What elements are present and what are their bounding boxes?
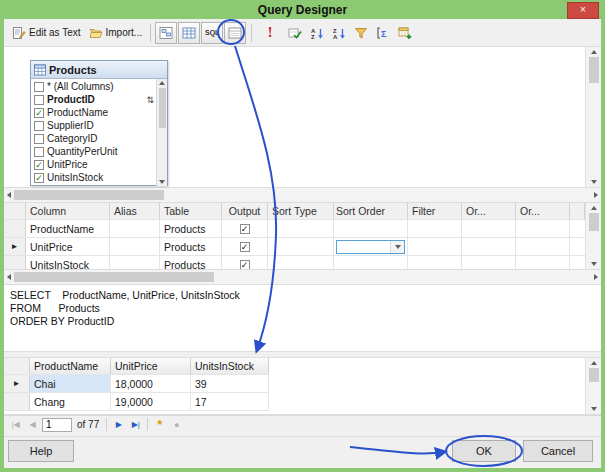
criteria-table-cell[interactable]: Products [160,256,222,269]
criteria-output-cell[interactable]: ✓ [222,220,268,237]
column-item-unitprice[interactable]: ✓ UnitPrice [31,158,156,171]
results-cell-unitsinstock[interactable]: 39 [191,375,269,392]
title-bar[interactable]: Query Designer × [0,0,605,19]
results-row[interactable]: Chang 19,0000 17 [4,393,269,411]
combobox-dropdown[interactable] [390,241,404,253]
criteria-sorttype-cell[interactable] [268,238,334,255]
delete-row-button[interactable]: ● [169,417,184,432]
criteria-vscrollbar[interactable] [585,203,601,269]
criteria-header-column[interactable]: Column [26,203,110,219]
column-item-unitsinstock[interactable]: ✓ UnitsInStock [31,171,156,184]
criteria-filter-cell[interactable] [408,238,462,255]
table-window-scrollbar[interactable] [156,79,167,186]
position-input[interactable] [42,418,72,432]
criteria-sorttype-cell[interactable] [268,256,334,269]
column-checkbox[interactable] [34,134,44,144]
criteria-sortorder-cell[interactable] [334,256,408,269]
results-cell-productname[interactable]: Chai [30,375,111,392]
column-checkbox[interactable] [34,82,44,92]
criteria-header-sortorder[interactable]: Sort Order [334,203,408,219]
show-diagram-pane-button[interactable] [155,22,177,44]
criteria-sortorder-cell[interactable] [334,238,408,255]
criteria-column-cell[interactable]: UnitPrice [26,238,110,255]
criteria-or-cell[interactable] [462,220,516,237]
sort-order-combobox[interactable] [336,240,405,254]
move-first-button[interactable]: |◀ [8,417,23,432]
products-table-header[interactable]: Products [31,61,167,79]
add-table-button[interactable] [394,20,416,46]
criteria-table-cell[interactable]: Products [160,220,222,237]
criteria-column-cell[interactable]: ProductName [26,220,110,237]
column-checkbox[interactable] [34,147,44,157]
scrollbar-thumb[interactable] [14,190,164,200]
show-grid-pane-button[interactable] [178,22,200,44]
results-cell-unitprice[interactable]: 18,0000 [111,375,191,392]
criteria-alias-cell[interactable] [110,256,160,269]
criteria-or-cell[interactable] [462,238,516,255]
criteria-sortorder-cell[interactable] [334,220,408,237]
column-item-unitsonorder[interactable]: UnitsOnOrder [31,184,156,186]
scrollbar-thumb[interactable] [589,368,599,382]
column-checkbox[interactable] [34,121,44,131]
row-selector[interactable] [4,256,26,269]
criteria-or-cell[interactable] [516,256,570,269]
column-checkbox[interactable] [34,95,44,105]
row-selector[interactable] [4,220,26,237]
criteria-hscrollbar[interactable] [4,270,601,284]
column-checkbox[interactable]: ✓ [34,160,44,170]
verify-sql-button[interactable] [284,20,306,46]
column-checkbox[interactable]: ✓ [34,108,44,118]
row-selector[interactable]: ► [4,238,26,255]
move-previous-button[interactable]: ◀ [25,417,40,432]
import-button[interactable]: Import... [85,20,147,46]
diagram-hscrollbar[interactable] [4,188,601,202]
criteria-header-or1[interactable]: Or... [462,203,516,219]
column-item-all-columns[interactable]: * (All Columns) [31,80,156,93]
criteria-row-selected[interactable]: ► UnitPrice Products ✓ [4,238,585,256]
results-vscrollbar[interactable] [585,358,601,414]
move-next-button[interactable]: ▶ [111,417,126,432]
criteria-row[interactable]: ProductName Products ✓ [4,220,585,238]
column-item-productname[interactable]: ✓ ProductName [31,106,156,119]
group-by-button[interactable]: Σ [372,20,394,46]
criteria-output-cell[interactable]: ✓ [222,238,268,255]
scrollbar-thumb[interactable] [589,213,599,231]
results-header-unitsinstock[interactable]: UnitsInStock [191,358,269,374]
move-last-button[interactable]: ▶| [128,417,143,432]
scrollbar-thumb[interactable] [589,57,599,83]
criteria-or-cell[interactable] [516,238,570,255]
criteria-filter-cell[interactable] [408,256,462,269]
scrollbar-thumb[interactable] [14,272,214,282]
column-item-categoryid[interactable]: CategoryID [31,132,156,145]
criteria-table-cell[interactable]: Products [160,238,222,255]
sort-ascending-button[interactable]: AZ [306,20,328,46]
row-selector[interactable] [4,393,30,410]
results-cell-unitprice[interactable]: 19,0000 [111,393,191,410]
criteria-or-cell[interactable] [516,220,570,237]
show-sql-pane-button[interactable]: SQL [201,22,223,44]
criteria-header-or2[interactable]: Or... [516,203,570,219]
column-item-supplierid[interactable]: SupplierID [31,119,156,132]
sort-descending-button[interactable]: ZA [328,20,350,46]
execute-button[interactable]: ! [256,20,284,46]
output-checkbox[interactable]: ✓ [240,260,250,270]
criteria-output-cell[interactable]: ✓ [222,256,268,269]
help-button[interactable]: Help [8,440,74,462]
criteria-header-sorttype[interactable]: Sort Type [268,203,334,219]
criteria-filter-cell[interactable] [408,220,462,237]
criteria-alias-cell[interactable] [110,238,160,255]
criteria-row[interactable]: UnitsInStock Products ✓ [4,256,585,269]
sql-pane[interactable]: SELECT ProductName, UnitPrice, UnitsInSt… [4,284,601,352]
cancel-button[interactable]: Cancel [523,440,593,462]
results-cell-unitsinstock[interactable]: 17 [191,393,269,410]
ok-button[interactable]: OK [452,440,516,462]
criteria-header-filter[interactable]: Filter [408,203,462,219]
criteria-header-alias[interactable]: Alias [110,203,160,219]
results-cell-productname[interactable]: Chang [30,393,111,410]
criteria-column-cell[interactable]: UnitsInStock [26,256,110,269]
close-button[interactable]: × [567,2,599,19]
add-new-row-button[interactable]: * [152,417,167,432]
results-row[interactable]: ► Chai 18,0000 39 [4,375,269,393]
column-item-productid[interactable]: ProductID ⇅ [31,93,156,106]
column-checkbox[interactable] [34,186,44,187]
